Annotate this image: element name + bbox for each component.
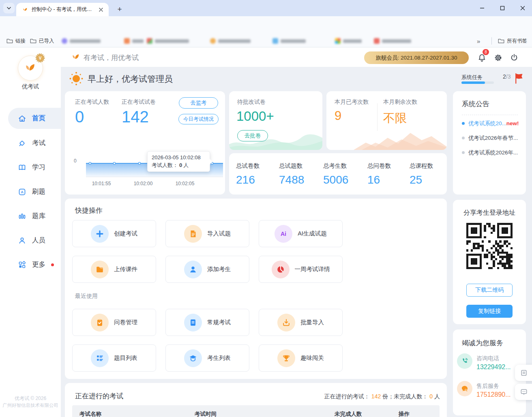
svg-text:V: V	[39, 56, 42, 60]
feedback-chat-icon	[520, 388, 528, 396]
recent-regular-exam[interactable]: 常规考试	[165, 309, 249, 336]
home-icon	[18, 114, 26, 123]
recent-fun-challenge[interactable]: 趣味闯关	[259, 344, 343, 372]
sidebar-item-home[interactable]: 首页	[0, 108, 61, 129]
announcement-item[interactable]: 优考试系统2026年...	[462, 149, 523, 156]
col-actions: 操作	[399, 411, 410, 417]
new-tab-button[interactable]: +	[114, 4, 125, 15]
quick-action-week-exam-detail[interactable]: 一周考试详情	[259, 256, 343, 283]
settings-gear-icon[interactable]	[493, 53, 503, 62]
person-outline-icon	[18, 236, 26, 245]
announcement-item[interactable]: 优考试2026年春节...	[462, 135, 523, 142]
recent-survey-management[interactable]: 问卷管理	[72, 309, 156, 336]
announcement-link[interactable]: 优考试2026年春节...	[468, 135, 518, 142]
download-qr-button[interactable]: 下载二维码	[466, 284, 513, 297]
service-card-title: 竭诚为您服务	[462, 338, 503, 348]
tooltip-unit: 人	[183, 162, 189, 168]
bookmarks-bar: 链接 已导入 » 所有书签	[0, 34, 532, 47]
bookmark-item-blurred[interactable]	[210, 36, 251, 45]
consult-phone-number[interactable]: 13229492...	[476, 364, 511, 371]
tab-search-button[interactable]	[3, 3, 15, 13]
floating-feedback-button[interactable]	[515, 384, 532, 400]
summary-count: 142	[371, 393, 381, 400]
task-done: 2	[503, 73, 506, 80]
clipboard-check-icon	[91, 314, 109, 331]
floating-form-button[interactable]	[515, 365, 532, 381]
browser-tab[interactable]: 控制中心 - 有考试，用优考试	[16, 3, 109, 16]
recent-candidate-list[interactable]: 考生列表	[165, 344, 249, 372]
go-invigilate-button[interactable]: 去监考	[179, 97, 218, 109]
window-maximize-button[interactable]	[496, 2, 509, 14]
quick-action-label: 一周考试详情	[295, 265, 330, 273]
copy-link-button[interactable]: 复制链接	[466, 305, 513, 318]
bookmark-item-blurred[interactable]	[335, 36, 362, 45]
ongoing-exams-table-header	[72, 405, 440, 417]
stat-value: 5006	[323, 173, 364, 186]
orange-wave-decoration	[354, 126, 447, 150]
flag-icon[interactable]	[513, 72, 526, 86]
go-grade-button[interactable]: 去批卷	[237, 130, 268, 141]
more-grid-icon	[18, 261, 26, 269]
window-minimize-button[interactable]	[475, 2, 489, 14]
sidebar-item-exam[interactable]: 考试	[0, 133, 61, 154]
recent-question-list[interactable]: 题目列表	[72, 344, 156, 372]
stat-label: 总考生数	[323, 162, 364, 170]
sidebar-footer-company: 广州好智信息技术有限公司	[0, 402, 61, 408]
stat-value: 25	[410, 173, 450, 186]
announcement-item[interactable]: 优考试系统20...new!	[462, 120, 523, 127]
sidebar-item-question-bank[interactable]: 题库	[0, 205, 61, 227]
tooltip-value-line: 考试人数：0人	[152, 162, 206, 169]
recent-batch-import[interactable]: 批量导入	[259, 309, 343, 336]
quick-action-label: 考生列表	[207, 354, 231, 362]
quick-action-label: 趣味闯关	[300, 354, 324, 362]
stat-label: 总课程数	[410, 162, 450, 170]
bookmark-folder-all[interactable]: 所有书签	[498, 36, 527, 45]
stat-total-papers: 总试卷数 216	[236, 162, 277, 186]
grading-label: 待批改试卷	[237, 98, 266, 106]
month-used-label: 本月已考次数	[335, 98, 369, 106]
tooltip-value: 0	[179, 162, 182, 168]
system-task-count: 2/3	[503, 73, 511, 80]
today-exam-status-button[interactable]: 今日考试情况	[178, 114, 219, 124]
tooltip-time: 2026-03-05 10:02:08	[152, 154, 206, 160]
summary-prefix: 正在进行的考试：	[324, 393, 370, 400]
chevron-down-icon	[6, 6, 11, 11]
bookmark-item-blurred[interactable]	[272, 36, 306, 45]
sidebar-item-people[interactable]: 人员	[0, 230, 61, 251]
logout-power-icon[interactable]	[509, 53, 519, 62]
quick-action-upload-courseware[interactable]: 上传课件	[72, 256, 156, 283]
sidebar-item-learning[interactable]: 学习	[0, 157, 61, 178]
plus-icon	[91, 225, 109, 243]
list-icon	[91, 349, 109, 367]
bookmark-item-blurred[interactable]	[374, 36, 411, 45]
window-close-button[interactable]	[516, 2, 530, 14]
announcement-link[interactable]: 优考试系统20...	[468, 120, 506, 126]
quick-action-add-candidate[interactable]: 添加考生	[165, 256, 249, 283]
membership-badge[interactable]: 旗舰会员: 2021.08.27-2027.01.30	[364, 51, 469, 64]
bookmark-item-blurred[interactable]	[124, 36, 144, 45]
bookmark-item-blurred[interactable]	[62, 36, 101, 45]
bookmarks-overflow-chevron[interactable]: »	[477, 36, 480, 45]
bookmark-item-blurred[interactable]	[147, 36, 189, 45]
quick-action-import-questions[interactable]: 导入试题	[165, 220, 249, 247]
tab-close-icon[interactable]	[97, 6, 105, 13]
sidebar-item-practice[interactable]: A 刷题	[0, 181, 61, 202]
chart-x-tick: 10:02:05	[173, 181, 197, 186]
col-exam-time: 考试时间	[195, 411, 217, 417]
sidebar-item-more[interactable]: 更多	[0, 254, 61, 275]
after-sales-number[interactable]: 17512890...	[476, 391, 511, 398]
quick-action-ai-generate[interactable]: Ai AI生成试题	[259, 220, 343, 247]
bookmark-folder-imported[interactable]: 已导入	[30, 36, 54, 45]
col-exam-name: 考试名称	[79, 411, 101, 417]
tab-favicon-leaf-icon	[22, 6, 28, 13]
bookmark-folder-links[interactable]: 链接	[6, 36, 26, 45]
stat-total-courses: 总课程数 25	[410, 162, 450, 186]
quick-action-create-exam[interactable]: 创建考试	[72, 220, 156, 247]
sidebar: V 优考试 首页 考试 学习 A 刷题 题库 人员 更多 优考试 © 2026 …	[0, 47, 61, 417]
announcement-link[interactable]: 优考试系统2026年...	[468, 149, 518, 156]
header-slogan: 有考试，用优考试	[84, 53, 139, 62]
quick-action-label: 批量导入	[300, 319, 324, 326]
trophy-icon	[277, 349, 295, 367]
chart-x-tick: 10:02:00	[131, 181, 155, 186]
sun-icon	[68, 71, 84, 88]
